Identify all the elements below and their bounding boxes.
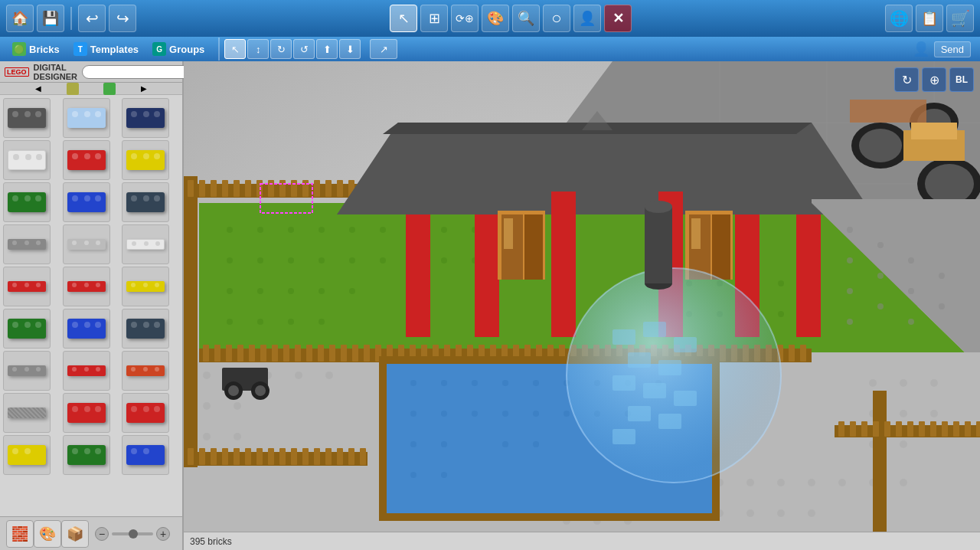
rotate-ccw-button[interactable]: ↺ (293, 39, 315, 59)
brick-item[interactable] (63, 224, 110, 264)
brick-item[interactable] (122, 351, 169, 391)
groups-tab-label: Groups (169, 44, 204, 55)
save-button[interactable]: 💾 (37, 5, 64, 32)
brick-grid (0, 95, 182, 516)
redo-button[interactable]: ↪ (109, 5, 136, 32)
svg-rect-47 (211, 180, 217, 197)
paint-button[interactable]: 🎨 (482, 5, 509, 32)
search-input[interactable] (82, 65, 198, 79)
svg-rect-66 (234, 448, 240, 465)
brick-item[interactable] (3, 182, 51, 222)
minifig-button[interactable]: 👤 (573, 5, 601, 32)
drag-mode-button[interactable]: ↕ (247, 39, 269, 59)
lego-world-button[interactable]: 🌐 (885, 5, 913, 32)
rotate-cw-button[interactable]: ↻ (270, 39, 292, 59)
select-mode-button[interactable]: ↖ (224, 39, 246, 59)
brick-item[interactable] (63, 267, 110, 306)
undo-button[interactable]: ↩ (78, 5, 106, 32)
svg-point-126 (778, 280, 784, 286)
zoom-thumb[interactable] (129, 529, 138, 539)
zoom-slider[interactable] (112, 532, 153, 535)
svg-point-207 (533, 441, 539, 447)
brick-item[interactable] (3, 393, 51, 433)
search-parts-button[interactable]: 🔍 (512, 5, 540, 32)
scroll-left-icon[interactable]: ◀ (35, 84, 41, 93)
brick-item[interactable] (63, 98, 110, 138)
brick-item[interactable] (122, 224, 169, 264)
svg-rect-140 (283, 345, 289, 362)
brick-item[interactable] (122, 98, 169, 138)
svg-point-191 (533, 380, 539, 386)
color-swatch-yellow[interactable] (67, 83, 79, 95)
svg-rect-229 (691, 218, 701, 249)
zoom-slider-container: − + (89, 527, 176, 541)
brick-item[interactable] (3, 140, 51, 180)
zoom-in-button[interactable]: + (156, 527, 170, 541)
svg-rect-65 (222, 448, 228, 465)
viewport[interactable]: ↻ ⊕ BL 395 bricks (184, 61, 980, 550)
brick-view-button[interactable]: 🧱 (6, 520, 34, 548)
svg-point-201 (564, 411, 570, 417)
brick-item[interactable] (63, 309, 110, 349)
bricklink-button[interactable]: 🛒 (946, 5, 974, 32)
brick-item[interactable] (63, 351, 110, 391)
scroll-right-icon[interactable]: ▶ (141, 84, 147, 93)
svg-rect-142 (306, 345, 312, 362)
brick-item[interactable] (3, 98, 51, 138)
brick-item[interactable] (63, 393, 110, 433)
svg-point-119 (227, 319, 233, 325)
send-button[interactable]: Send (934, 41, 971, 57)
tab-templates[interactable]: T Templates (69, 41, 143, 57)
svg-point-265 (877, 303, 884, 309)
svg-rect-55 (302, 180, 309, 197)
brick-item[interactable] (63, 182, 110, 222)
transform-button[interactable]: ⟳⊕ (451, 5, 479, 32)
brick-item[interactable] (122, 393, 169, 433)
svg-rect-244 (645, 207, 672, 283)
svg-rect-92 (976, 421, 980, 437)
bricklink-icon-button[interactable]: BL (949, 67, 974, 92)
brick-item[interactable] (122, 309, 169, 349)
tabs-area: 🟢 Bricks T Templates G Groups (3, 41, 214, 57)
groups-tab-icon: G (152, 42, 166, 56)
brick-item[interactable] (3, 224, 51, 264)
svg-point-272 (255, 385, 266, 396)
color-swatch-green[interactable] (103, 83, 116, 95)
delete-button[interactable]: ✕ (604, 5, 632, 32)
brick-item[interactable] (3, 435, 51, 475)
move-up-button[interactable]: ⬆ (316, 39, 338, 59)
home-button[interactable]: 🏠 (6, 5, 34, 32)
brick-item[interactable] (122, 140, 169, 180)
svg-rect-85 (896, 421, 902, 437)
box-view-button[interactable]: 📦 (61, 520, 89, 548)
svg-rect-77 (360, 448, 366, 465)
tab-groups[interactable]: G Groups (148, 41, 209, 57)
building-guide-button[interactable]: 📋 (916, 5, 943, 32)
material-button[interactable]: ○ (543, 5, 570, 32)
svg-rect-252 (850, 100, 926, 123)
svg-rect-138 (260, 345, 266, 362)
brick-item[interactable] (122, 435, 169, 475)
camera-button[interactable]: ↗ (370, 39, 397, 59)
brick-item[interactable] (122, 182, 169, 222)
brick-item[interactable] (3, 309, 51, 349)
camera-orbit-button[interactable]: ↻ (894, 67, 919, 92)
svg-rect-146 (352, 345, 358, 362)
move-down-button[interactable]: ⬇ (339, 39, 361, 59)
svg-point-262 (908, 288, 914, 294)
brick-item[interactable] (3, 267, 51, 306)
brick-item[interactable] (3, 351, 51, 391)
brick-item[interactable] (63, 140, 110, 180)
svg-rect-57 (325, 180, 332, 197)
brick-item[interactable] (122, 267, 169, 306)
svg-point-98 (349, 227, 355, 233)
add-brick-button[interactable]: ⊞ (420, 5, 448, 32)
tab-bricks[interactable]: 🟢 Bricks (8, 41, 64, 57)
svg-point-190 (502, 380, 508, 386)
select-tool-button[interactable]: ↖ (390, 5, 417, 32)
zoom-out-button[interactable]: − (95, 527, 109, 541)
brick-item[interactable] (63, 435, 110, 475)
palette-button[interactable]: 🎨 (34, 520, 61, 548)
svg-point-189 (472, 380, 478, 386)
camera-pan-button[interactable]: ⊕ (922, 67, 946, 92)
